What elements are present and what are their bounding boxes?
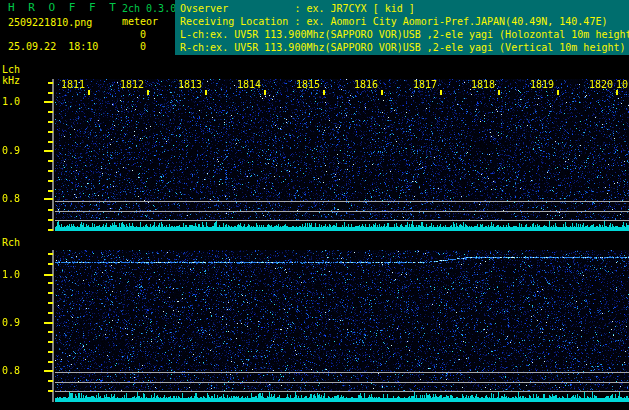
time-label: 1812 <box>110 79 144 90</box>
app-title: H R O F F T <box>8 2 119 13</box>
khz-unit-label: kHz <box>2 75 20 86</box>
time-label: 1816 <box>344 79 378 90</box>
minute-tick <box>616 90 618 95</box>
freq-minor-tick <box>48 131 53 133</box>
freq-tick-label: 0.9 <box>2 317 20 328</box>
freq-major-tick <box>44 322 53 324</box>
minute-tick <box>381 90 383 95</box>
station-info-line: Ovserver : ex. JR7CYX [ kid ] <box>180 3 415 14</box>
station-info-line: Receiving Location : ex. Aomori City Aom… <box>180 16 607 27</box>
freq-minor-tick <box>48 209 53 211</box>
lch-meteor-count: 0 <box>120 29 146 40</box>
freq-minor-tick <box>48 331 53 333</box>
minute-tick <box>205 90 207 95</box>
freq-minor-tick <box>48 282 53 284</box>
minute-tick <box>264 90 266 95</box>
time-label: 1814 <box>227 79 261 90</box>
freq-major-tick <box>44 370 53 372</box>
freq-minor-tick <box>48 292 53 294</box>
minute-tick <box>498 90 500 95</box>
station-info-line: R-ch:ex. UV5R 113.900Mhz(SAPPORO VOR)USB… <box>180 42 626 53</box>
freq-tick-label: 0.8 <box>2 193 20 204</box>
time-label: 1818 <box>461 79 495 90</box>
app-version: 2ch 0.3.0 <box>122 3 176 14</box>
time-label: 1819 <box>520 79 554 90</box>
freq-minor-tick <box>48 312 53 314</box>
minute-tick <box>440 90 442 95</box>
freq-minor-tick <box>48 263 53 265</box>
freq-minor-tick <box>48 219 53 221</box>
minute-tick <box>323 90 325 95</box>
rch-meteor-count: 0 <box>120 41 146 52</box>
freq-tick-label: 1.0 <box>2 96 20 107</box>
station-info-panel: Ovserver : ex. JR7CYX [ kid ]Receiving L… <box>175 0 629 55</box>
edge-time-label: 10 <box>604 79 628 90</box>
freq-minor-tick <box>48 229 53 231</box>
station-info-line: L-ch:ex. UV5R 113.900Mhz(SAPPORO VOR)USB… <box>180 29 629 40</box>
output-filename: 2509221810.png <box>8 17 92 28</box>
time-label: 1815 <box>286 79 320 90</box>
freq-minor-tick <box>48 111 53 113</box>
freq-tick-label: 1.0 <box>2 269 20 280</box>
time-label: 1813 <box>168 79 202 90</box>
freq-major-tick <box>44 274 53 276</box>
lch-spectrogram <box>55 79 629 231</box>
datetime-label: 25.09.22 18:10 <box>8 41 98 52</box>
observation-mode: meteor <box>122 16 158 27</box>
freq-minor-tick <box>48 190 53 192</box>
freq-major-tick <box>44 101 53 103</box>
freq-minor-tick <box>48 180 53 182</box>
freq-major-tick <box>44 198 53 200</box>
minute-tick <box>88 90 90 95</box>
freq-minor-tick <box>48 160 53 162</box>
freq-minor-tick <box>48 92 53 94</box>
rch-spectrogram <box>55 250 629 402</box>
time-label: 1811 <box>51 79 85 90</box>
freq-minor-tick <box>48 121 53 123</box>
freq-minor-tick <box>48 351 53 353</box>
freq-minor-tick <box>48 170 53 172</box>
freq-tick-label: 0.9 <box>2 145 20 156</box>
freq-minor-tick <box>48 141 53 143</box>
freq-minor-tick <box>48 390 53 392</box>
time-label: 1817 <box>403 79 437 90</box>
freq-minor-tick <box>48 302 53 304</box>
lch-channel-label: Lch <box>2 64 20 75</box>
freq-minor-tick <box>48 361 53 363</box>
freq-tick-label: 0.8 <box>2 365 20 376</box>
hrofft-window: H R O F F T 2ch 0.3.0 2509221810.png met… <box>0 0 629 410</box>
minute-tick <box>557 90 559 95</box>
freq-minor-tick <box>48 253 53 255</box>
minute-tick <box>147 90 149 95</box>
freq-minor-tick <box>48 380 53 382</box>
freq-minor-tick <box>48 341 53 343</box>
rch-channel-label: Rch <box>2 237 20 248</box>
freq-major-tick <box>44 150 53 152</box>
